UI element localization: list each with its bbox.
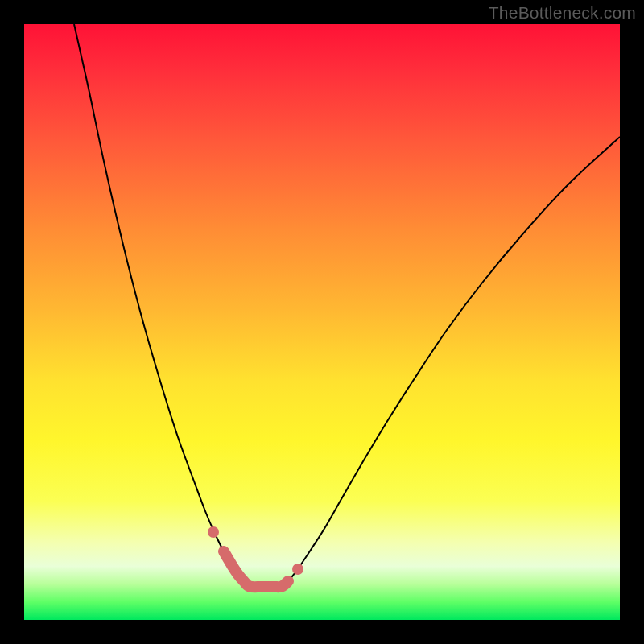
v-curve-line xyxy=(74,24,620,587)
watermark-text: TheBottleneck.com xyxy=(489,3,636,23)
chart-plot-area xyxy=(24,24,620,620)
valley-marker-line xyxy=(224,551,288,587)
chart-frame: TheBottleneck.com xyxy=(0,0,644,644)
valley-dot-left xyxy=(208,526,219,538)
valley-dot-right xyxy=(292,564,303,575)
chart-svg xyxy=(24,24,620,620)
